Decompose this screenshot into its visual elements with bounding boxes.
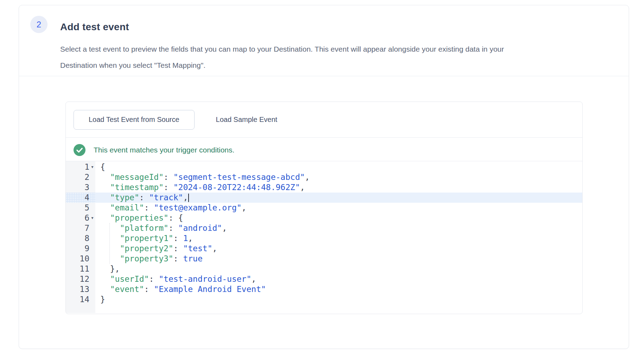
text-cursor (188, 194, 189, 202)
status-message: This event matches your trigger conditio… (94, 146, 234, 154)
gutter-line-number[interactable]: 2 (66, 172, 95, 182)
code-line[interactable]: "timestamp": "2024-08-20T22:44:48.962Z", (100, 182, 582, 193)
check-circle-icon (74, 144, 85, 156)
header-divider (19, 76, 629, 76)
gutter-line-number[interactable]: 9 (66, 243, 95, 254)
step-description-line2: Destination when you select "Test Mappin… (60, 57, 618, 73)
code-line[interactable]: "type": "track", (95, 193, 582, 203)
code-line[interactable]: } (100, 294, 582, 305)
add-test-event-card: 2 Add test event Select a test event to … (19, 5, 629, 349)
code-line[interactable]: { (100, 162, 582, 172)
indent-guide (109, 223, 110, 264)
gutter-line-number[interactable]: 12 (66, 274, 95, 284)
code-line[interactable]: "property1": 1, (100, 233, 582, 243)
trigger-match-status: This event matches your trigger conditio… (66, 138, 582, 161)
code-line[interactable]: "email": "test@example.org", (100, 203, 582, 213)
code-line[interactable]: "messageId": "segment-test-message-abcd"… (100, 172, 582, 182)
page-title: Add test event (60, 21, 129, 33)
step-description: Select a test event to preview the field… (60, 41, 618, 73)
code-line[interactable]: "property2": "test", (100, 243, 582, 254)
code-line[interactable]: }, (100, 264, 582, 274)
test-event-panel: Load Test Event from Source Load Sample … (65, 102, 583, 314)
editor-gutter[interactable]: 1▾23456▾7891011121314 (66, 161, 95, 313)
code-line[interactable]: "properties": { (100, 213, 582, 223)
gutter-line-number[interactable]: 4 (66, 193, 95, 203)
code-line[interactable]: "platform": "android", (100, 223, 582, 233)
editor-code-area[interactable]: { "messageId": "segment-test-message-abc… (95, 161, 582, 313)
gutter-line-number[interactable]: 6▾ (66, 213, 95, 223)
gutter-line-number[interactable]: 8 (66, 233, 95, 243)
fold-toggle-icon[interactable]: ▾ (90, 213, 95, 223)
gutter-line-number[interactable]: 14 (66, 294, 95, 305)
gutter-line-number[interactable]: 11 (66, 264, 95, 274)
gutter-line-number[interactable]: 3 (66, 182, 95, 193)
gutter-line-number[interactable]: 10 (66, 254, 95, 264)
code-line[interactable]: "property3": true (100, 254, 582, 264)
gutter-line-number[interactable]: 7 (66, 223, 95, 233)
event-source-toolbar: Load Test Event from Source Load Sample … (66, 102, 582, 138)
step-description-line1: Select a test event to preview the field… (60, 41, 618, 57)
code-line[interactable]: "event": "Example Android Event" (100, 284, 582, 294)
gutter-line-number[interactable]: 1▾ (66, 162, 95, 172)
load-test-event-from-source-button[interactable]: Load Test Event from Source (74, 110, 195, 130)
step-number: 2 (37, 20, 41, 30)
step-number-badge: 2 (30, 16, 47, 33)
json-editor[interactable]: 1▾23456▾7891011121314 { "messageId": "se… (66, 161, 582, 313)
gutter-line-number[interactable]: 5 (66, 203, 95, 213)
gutter-line-number[interactable]: 13 (66, 284, 95, 294)
load-sample-event-button[interactable]: Load Sample Event (215, 110, 279, 130)
fold-toggle-icon[interactable]: ▾ (90, 162, 95, 172)
code-line[interactable]: "userId": "test-android-user", (100, 274, 582, 284)
